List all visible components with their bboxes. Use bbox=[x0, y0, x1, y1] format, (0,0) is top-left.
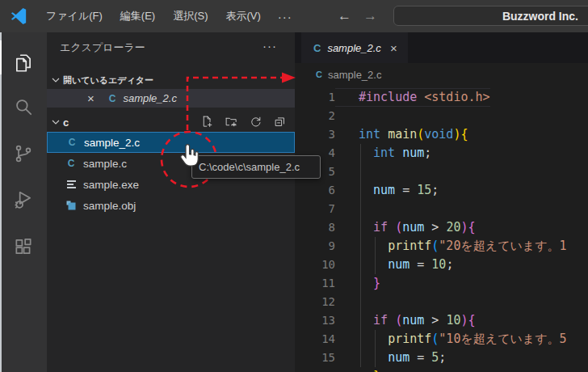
code-text: if (num > 10){ bbox=[335, 311, 476, 330]
file-row-sample-obj[interactable]: sample.obj bbox=[47, 195, 295, 216]
line-number: 11 bbox=[295, 274, 335, 293]
code-line[interactable]: 4 int num; bbox=[295, 144, 588, 163]
code-token: num bbox=[373, 183, 395, 197]
code-token: if bbox=[373, 220, 388, 235]
explorer-title: エクスプローラー bbox=[60, 40, 145, 55]
refresh-icon[interactable] bbox=[249, 115, 262, 129]
open-editors-label: 開いているエディター bbox=[63, 74, 153, 87]
collapse-all-icon[interactable] bbox=[273, 115, 287, 129]
line-number: 10 bbox=[295, 256, 335, 274]
source-control-icon[interactable] bbox=[0, 134, 47, 173]
code-line[interactable]: 3 int main(void){ bbox=[295, 125, 588, 144]
code-line[interactable]: 2 bbox=[295, 107, 588, 125]
code-token bbox=[359, 239, 388, 253]
folder-header[interactable]: c bbox=[47, 113, 295, 131]
chevron-down-icon bbox=[49, 74, 62, 87]
code-line[interactable]: 14 printf("10を超えています。5 bbox=[295, 330, 588, 349]
activity-bar bbox=[0, 32, 47, 372]
code-token bbox=[395, 146, 402, 160]
line-number: 2 bbox=[295, 107, 335, 125]
code-line[interactable]: 8 if (num > 20){ bbox=[295, 218, 588, 237]
code-line[interactable]: 1 #include <stdio.h> bbox=[295, 88, 588, 107]
tab-close-icon[interactable]: × bbox=[390, 41, 397, 55]
c-file-icon: C bbox=[316, 70, 322, 79]
menu-more-icon[interactable]: ··· bbox=[270, 10, 300, 23]
code-token: num bbox=[402, 146, 424, 160]
code-text: printf("20を超えています。1 bbox=[335, 237, 567, 256]
chevron-down-icon bbox=[49, 116, 62, 129]
c-file-icon: C bbox=[65, 158, 77, 169]
menu-selection[interactable]: 選択(S) bbox=[164, 0, 216, 32]
code-token: printf bbox=[388, 239, 431, 253]
c-file-icon: C bbox=[313, 42, 321, 54]
exe-file-icon bbox=[65, 179, 77, 190]
code-line[interactable]: 13 if (num > 10){ bbox=[295, 311, 588, 330]
code-token: num bbox=[388, 350, 410, 365]
code-token: } bbox=[373, 369, 380, 372]
code-line[interactable]: 7 bbox=[295, 200, 588, 218]
code-token: } bbox=[373, 276, 380, 290]
code-token: if bbox=[373, 313, 388, 328]
new-folder-icon[interactable] bbox=[225, 115, 238, 129]
code-line[interactable]: 16 } bbox=[295, 367, 588, 372]
breadcrumb[interactable]: C sample_2.c bbox=[295, 63, 588, 86]
code-token: main bbox=[388, 127, 417, 142]
code-line[interactable]: 5 bbox=[295, 163, 588, 181]
obj-file-icon bbox=[65, 200, 77, 211]
run-debug-icon[interactable] bbox=[0, 180, 47, 219]
code-token: "10を超えています。5 bbox=[439, 332, 566, 346]
explorer-files-icon[interactable] bbox=[0, 44, 47, 82]
menu-file[interactable]: ファイル(F) bbox=[37, 0, 111, 32]
open-editor-item[interactable]: × C sample_2.c bbox=[47, 89, 295, 108]
vscode-logo-icon bbox=[10, 7, 27, 25]
search-icon[interactable] bbox=[0, 87, 47, 126]
code-text: int num; bbox=[335, 144, 431, 163]
path-tooltip: C:\code\c\sample_2.c bbox=[191, 155, 321, 179]
menu-edit[interactable]: 編集(E) bbox=[111, 0, 164, 32]
menu-view[interactable]: 表示(V) bbox=[217, 0, 270, 32]
file-row-sample-2-c[interactable]: C sample_2.c bbox=[47, 132, 295, 153]
code-text: int main(void){ bbox=[335, 125, 468, 144]
code-token: > bbox=[424, 313, 446, 328]
code-area[interactable]: 1 #include <stdio.h> 2 3 int main(void){… bbox=[295, 88, 588, 372]
code-text: } bbox=[335, 274, 380, 293]
code-token: ; bbox=[446, 257, 453, 272]
code-line[interactable]: 6 num = 15; bbox=[295, 181, 588, 200]
file-name: sample_2.c bbox=[84, 137, 140, 149]
extensions-icon[interactable] bbox=[0, 227, 47, 266]
code-token: ( bbox=[417, 127, 424, 142]
title-bar: ファイル(F) 編集(E) 選択(S) 表示(V) ··· ← → Buzzwo… bbox=[0, 0, 588, 32]
code-token: ){ bbox=[453, 127, 468, 142]
code-line[interactable]: 11 } bbox=[295, 274, 588, 293]
folder-actions bbox=[200, 115, 287, 129]
code-token: #include bbox=[359, 90, 417, 104]
close-icon[interactable]: × bbox=[87, 91, 94, 105]
indent-guide bbox=[375, 330, 376, 367]
code-text bbox=[335, 200, 359, 218]
explorer-more-icon[interactable]: ··· bbox=[262, 39, 277, 53]
code-text: #include <stdio.h> bbox=[335, 88, 490, 107]
back-arrow-icon[interactable]: ← bbox=[338, 0, 351, 32]
code-token: "20を超えています。1 bbox=[439, 239, 566, 253]
code-token: printf bbox=[388, 332, 431, 346]
code-token: ( bbox=[395, 220, 402, 235]
code-token: > bbox=[424, 220, 446, 235]
code-line[interactable]: 12 bbox=[295, 293, 588, 311]
forward-arrow-icon[interactable]: → bbox=[363, 0, 377, 32]
code-text: num = 10; bbox=[335, 256, 453, 274]
code-token: ; bbox=[431, 183, 439, 197]
code-line[interactable]: 15 num = 5; bbox=[295, 349, 588, 367]
new-file-icon[interactable] bbox=[200, 115, 214, 129]
code-token: 15 bbox=[417, 183, 431, 197]
line-number: 8 bbox=[295, 218, 335, 237]
code-token bbox=[359, 369, 373, 372]
code-token: = bbox=[395, 183, 417, 197]
window-edge bbox=[0, 31, 2, 372]
tab-sample-2-c[interactable]: C sample_2.c × bbox=[301, 32, 408, 63]
code-line[interactable]: 10 num = 10; bbox=[295, 256, 588, 274]
code-line[interactable]: 9 printf("20を超えています。1 bbox=[295, 237, 588, 256]
code-token bbox=[359, 257, 388, 272]
command-center[interactable]: Buzzword Inc. bbox=[393, 6, 588, 26]
open-editors-header[interactable]: 開いているエディター bbox=[47, 71, 295, 89]
code-token: <stdio.h> bbox=[424, 90, 489, 104]
